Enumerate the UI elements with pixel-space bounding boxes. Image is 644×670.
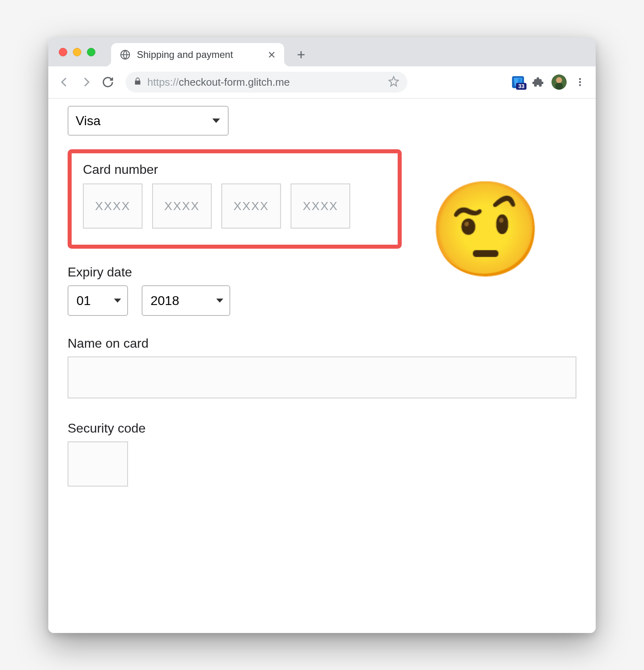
svg-rect-4 xyxy=(555,83,563,90)
card-number-inputs xyxy=(83,183,386,229)
titlebar: Shipping and payment xyxy=(48,37,596,66)
lock-icon xyxy=(134,77,142,87)
url-protocol: https:// xyxy=(147,76,179,88)
cvv-label: Security code xyxy=(68,421,576,436)
close-icon[interactable] xyxy=(267,50,276,59)
extension-css-icon[interactable]: 33 xyxy=(511,75,525,89)
forward-button[interactable] xyxy=(77,73,95,91)
back-button[interactable] xyxy=(56,73,73,91)
extensions-area: 33 xyxy=(511,74,588,90)
reload-button[interactable] xyxy=(99,73,117,91)
tab-title: Shipping and payment xyxy=(137,49,261,60)
page-content: Visa Card number 🤨 Expiry date 01 2018 xyxy=(48,99,596,633)
browser-tab[interactable]: Shipping and payment xyxy=(111,43,284,66)
extensions-puzzle-icon[interactable] xyxy=(532,76,544,88)
expiry-month-select[interactable]: 01 xyxy=(68,285,128,316)
raised-eyebrow-emoji: 🤨 xyxy=(428,183,543,276)
window-minimize-button[interactable] xyxy=(73,48,81,56)
name-label: Name on card xyxy=(68,336,576,351)
card-type-select[interactable]: Visa xyxy=(68,106,229,136)
svg-point-5 xyxy=(579,78,581,80)
svg-point-7 xyxy=(579,84,581,86)
card-number-group: Card number xyxy=(68,149,402,249)
extension-badge-count: 33 xyxy=(516,83,526,90)
card-number-label: Card number xyxy=(83,162,386,177)
toolbar: https://checkout-form.glitch.me 33 xyxy=(48,66,596,99)
security-code-input[interactable] xyxy=(68,441,128,487)
svg-point-6 xyxy=(579,81,581,83)
name-group: Name on card xyxy=(68,336,576,398)
profile-avatar[interactable] xyxy=(551,74,567,90)
card-segment-4[interactable] xyxy=(291,183,350,229)
card-segment-1[interactable] xyxy=(83,183,142,229)
url-text: https://checkout-form.glitch.me xyxy=(147,76,382,89)
globe-icon xyxy=(120,49,130,60)
window-close-button[interactable] xyxy=(59,48,67,56)
cvv-group: Security code xyxy=(68,421,576,487)
name-on-card-input[interactable] xyxy=(68,357,576,398)
window-maximize-button[interactable] xyxy=(87,48,95,56)
new-tab-button[interactable] xyxy=(293,47,309,63)
expiry-row: 01 2018 xyxy=(68,285,576,316)
expiry-year-select[interactable]: 2018 xyxy=(142,285,230,316)
browser-window: Shipping and payment https://checkout-fo… xyxy=(48,37,596,633)
bookmark-star-icon[interactable] xyxy=(388,76,399,89)
card-segment-2[interactable] xyxy=(152,183,212,229)
svg-point-3 xyxy=(556,77,562,83)
card-type-group: Visa xyxy=(68,106,576,136)
browser-menu-button[interactable] xyxy=(574,76,586,88)
traffic-lights xyxy=(59,48,95,56)
url-host: checkout-form.glitch.me xyxy=(179,76,290,88)
card-segment-3[interactable] xyxy=(221,183,281,229)
address-bar[interactable]: https://checkout-form.glitch.me xyxy=(126,72,407,93)
